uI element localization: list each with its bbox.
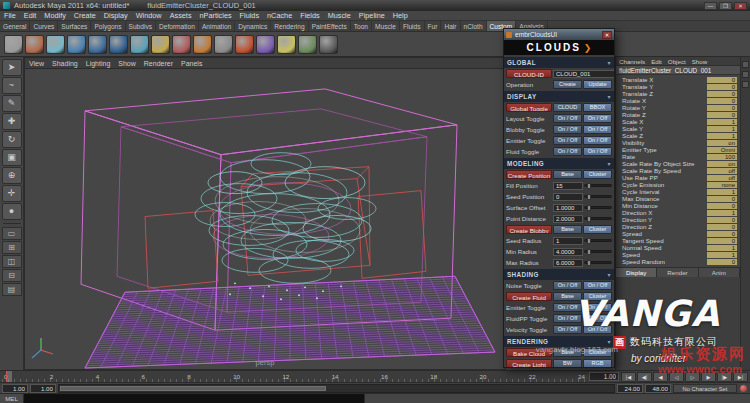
move-tool-icon[interactable]: ✚	[2, 113, 22, 130]
channel-box-menu-channels[interactable]: Channels	[616, 57, 648, 65]
channel-box-menu-edit[interactable]: Edit	[648, 57, 665, 65]
velocity-toggle-on-off-button[interactable]: On / Off	[583, 325, 612, 334]
blobby-toggle-on-off-button[interactable]: On / Off	[583, 125, 612, 134]
channel-value-field[interactable]: 1	[707, 245, 737, 251]
layer-tab-anim[interactable]: Anim	[699, 268, 740, 277]
channel-value-field[interactable]: off	[707, 168, 737, 174]
minimize-button[interactable]: —	[704, 2, 717, 10]
create-blobby-button[interactable]: Create Blobby	[506, 225, 552, 234]
operation-create-button[interactable]: Create	[553, 80, 582, 89]
close-button[interactable]: ✕	[734, 2, 747, 10]
menu-fields[interactable]: Fields	[296, 11, 323, 20]
shelf-tab-curves[interactable]: Curves	[30, 21, 58, 31]
channel-box-node-name[interactable]: fluidEmitterCluster_CLOUD_001	[616, 66, 740, 75]
channel-box-menu-show[interactable]: Show	[689, 57, 710, 65]
fluidpp-toggle-on-off-button[interactable]: On / Off	[553, 314, 582, 323]
point-distance-slider[interactable]	[584, 217, 612, 220]
channel-value-field[interactable]: 0	[707, 203, 737, 209]
shelf-tab-general[interactable]: General	[0, 21, 30, 31]
menu-fluids[interactable]: Fluids	[236, 11, 263, 20]
global-toggle-cloud-button[interactable]: CLOUD	[553, 103, 582, 112]
channel-value-field[interactable]: 0	[707, 224, 737, 230]
slider-handle[interactable]	[587, 249, 591, 255]
channel-value-field[interactable]: 1	[707, 133, 737, 139]
channel-value-field[interactable]: on	[707, 161, 737, 167]
cloud-id-field[interactable]	[553, 70, 614, 78]
menu-muscle[interactable]: Muscle	[324, 11, 355, 20]
single-pane-layout-icon[interactable]: ▭	[2, 227, 22, 240]
shelf-tab-fluids[interactable]: Fluids	[400, 21, 425, 31]
emitter-toggle-on-off-button[interactable]: On / Off	[583, 136, 612, 145]
bake-cloud-base-button[interactable]: Base	[553, 348, 582, 357]
seed-radius-slider[interactable]	[584, 239, 612, 242]
create-fluid-base-button[interactable]: Base	[553, 292, 582, 301]
shelf-tab-animation[interactable]: Animation	[199, 21, 235, 31]
command-language-toggle[interactable]: MEL	[0, 394, 24, 403]
menu-assets[interactable]: Assets	[166, 11, 196, 20]
rotate-tool-icon[interactable]: ↻	[2, 131, 22, 148]
maximize-button[interactable]: ❐	[719, 2, 732, 10]
step-back-key-button[interactable]: ◀|	[637, 372, 652, 382]
menu-edit[interactable]: Edit	[20, 11, 41, 20]
animation-end-field[interactable]	[645, 384, 671, 393]
command-input[interactable]	[24, 394, 364, 403]
menu-create[interactable]: Create	[70, 11, 100, 20]
paint-select-tool-icon[interactable]: ✎	[2, 95, 22, 112]
channel-value-field[interactable]: 100	[707, 154, 737, 160]
clouds-window-titlebar[interactable]: embrCloudsUI ✕	[504, 29, 614, 40]
curve-flow-shelf-icon[interactable]	[256, 35, 275, 54]
channel-value-field[interactable]: 0	[707, 84, 737, 90]
slider-handle[interactable]	[587, 260, 591, 266]
operation-update-button[interactable]: Update	[583, 80, 612, 89]
character-set-menu[interactable]: No Character Set	[673, 384, 737, 393]
go-to-range-start-button[interactable]: |◀	[621, 372, 636, 382]
layer-editor-area[interactable]	[616, 277, 740, 370]
create-position-base-button[interactable]: Base	[553, 170, 582, 179]
shelf-tab-muscle[interactable]: Muscle	[372, 21, 400, 31]
fluid-3d-shelf-icon[interactable]	[88, 35, 107, 54]
shelf-tab-subdivs[interactable]: Subdivs	[126, 21, 156, 31]
range-slider[interactable]	[58, 384, 615, 393]
step-forward-frame-button[interactable]: ▶	[701, 372, 716, 382]
channel-value-field[interactable]: none	[707, 182, 737, 188]
shatter-shelf-icon[interactable]	[298, 35, 317, 54]
playback-end-field[interactable]	[617, 384, 643, 393]
scale-tool-icon[interactable]: ▣	[2, 149, 22, 166]
shelf-tab-toon[interactable]: Toon	[351, 21, 372, 31]
shelf-tab-fur[interactable]: Fur	[425, 21, 442, 31]
shelf-tab-surfaces[interactable]: Surfaces	[58, 21, 91, 31]
step-back-frame-button[interactable]: ◀	[653, 372, 668, 382]
shelf-tab-painteffects[interactable]: PaintEffects	[309, 21, 351, 31]
custom-script-shelf-icon[interactable]	[319, 35, 338, 54]
two-pane-layout-icon[interactable]: ⊟	[2, 269, 22, 282]
section-header-modeling[interactable]: MODELING▾	[504, 158, 614, 169]
channel-value-field[interactable]: 1	[707, 119, 737, 125]
channel-value-field[interactable]: 0	[707, 91, 737, 97]
create-position-cluster-button[interactable]: Cluster	[583, 170, 612, 179]
menu-help[interactable]: Help	[389, 11, 412, 20]
slider-handle[interactable]	[587, 238, 591, 244]
emitter-toggle-on-off-button[interactable]: On / Off	[583, 303, 612, 312]
channel-box-toggle-icon[interactable]	[742, 81, 749, 88]
section-header-rendering[interactable]: RENDERING▾	[504, 336, 614, 347]
create-blobby-cluster-button[interactable]: Cluster	[583, 225, 612, 234]
menu-pipeline[interactable]: Pipeline	[355, 11, 389, 20]
channel-value-field[interactable]: 0	[707, 217, 737, 223]
shelf-tab-ncloth[interactable]: nCloth	[461, 21, 487, 31]
viewport-menu-lighting[interactable]: Lighting	[82, 60, 115, 67]
layout-toggle-on-off-button[interactable]: On / Off	[583, 114, 612, 123]
play-forward-button[interactable]: ▷	[685, 372, 700, 382]
channel-value-field[interactable]: 1	[707, 252, 737, 258]
surface-offset-field[interactable]	[553, 204, 583, 212]
layout-toggle-on-off-button[interactable]: On / Off	[553, 114, 582, 123]
tool-settings-toggle-icon[interactable]	[742, 71, 749, 78]
viewport-canvas[interactable]	[25, 69, 505, 370]
slider-handle[interactable]	[587, 216, 591, 222]
create-position-button[interactable]: Create Position	[506, 170, 552, 179]
current-time-marker[interactable]	[6, 371, 12, 382]
channel-value-field[interactable]: 0	[707, 105, 737, 111]
max-radius-slider[interactable]	[584, 261, 612, 264]
slider-handle[interactable]	[587, 194, 591, 200]
menu-nparticles[interactable]: nParticles	[196, 11, 236, 20]
create-light-button[interactable]: Create Light	[506, 359, 552, 367]
